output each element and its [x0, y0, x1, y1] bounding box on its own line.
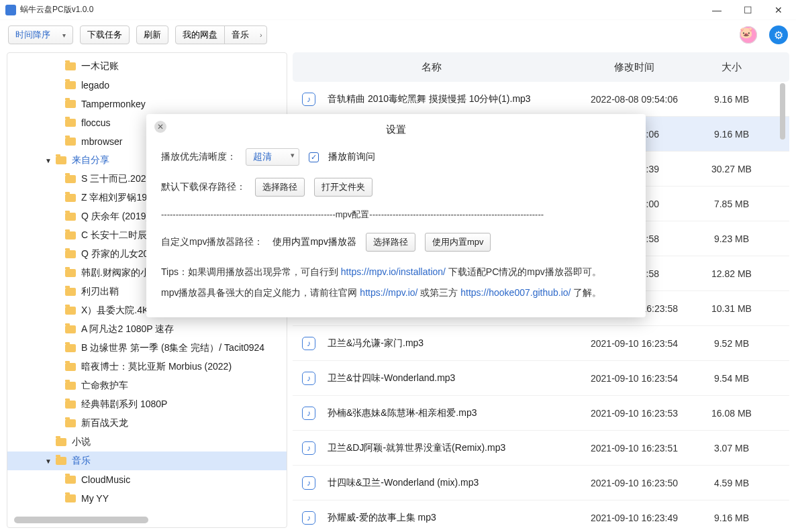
- settings-dialog: ✕ 设置 播放优先清晰度： 超清 ✓ 播放前询问 默认下载保存路径： 选择路径 …: [146, 114, 646, 317]
- chevron-right-icon[interactable]: ›: [256, 28, 266, 42]
- file-name: 音轨精曲 2010毒蛇黑舞 摸摸慢摇 10分钟(1).mp3: [328, 93, 570, 105]
- tree-label: legado: [81, 80, 109, 91]
- sidebar-item[interactable]: 新百战天龙: [7, 414, 287, 433]
- file-row[interactable]: ♪卫兰&冯允谦-家门.mp32021-09-10 16:23:549.52 MB: [293, 326, 789, 361]
- sidebar-item[interactable]: A 阿凡达2 1080P 速存: [7, 320, 287, 339]
- breadcrumb-item[interactable]: 我的网盘: [176, 26, 224, 44]
- sidebar-item[interactable]: 经典韩剧系列 1080P: [7, 395, 287, 414]
- folder-icon: [65, 119, 76, 127]
- music-icon: ♪: [302, 441, 315, 455]
- quality-select[interactable]: 超清: [246, 148, 299, 166]
- maximize-button[interactable]: ☐: [740, 5, 756, 15]
- gear-icon: ⚙: [774, 29, 783, 42]
- sort-dropdown[interactable]: 时间降序 ▾: [8, 25, 73, 44]
- folder-icon: [65, 494, 76, 502]
- tree-label: floccus: [81, 117, 111, 128]
- music-icon: ♪: [302, 511, 315, 525]
- file-name: 卫兰&冯允谦-家门.mp3: [328, 337, 570, 350]
- expander-icon[interactable]: ▼: [44, 458, 53, 465]
- folder-icon: [65, 194, 76, 202]
- sidebar-item[interactable]: legado: [7, 76, 287, 95]
- window-title: 蜗牛云盘PC版v1.0.0: [20, 4, 709, 15]
- mpv-choose-path-button[interactable]: 选择路径: [366, 233, 415, 252]
- file-date: 2021-09-10 16:23:49: [570, 513, 698, 523]
- tree-label: A 阿凡达2 1080P 速存: [81, 323, 174, 335]
- open-folder-button[interactable]: 打开文件夹: [314, 178, 372, 197]
- sidebar-item[interactable]: Tampermonkey: [7, 95, 287, 113]
- col-date[interactable]: 修改时间: [570, 61, 698, 74]
- sidebar-item[interactable]: 亡命救护车: [7, 376, 287, 395]
- folder-icon: [56, 438, 66, 446]
- tree-label: My YY: [81, 493, 109, 504]
- breadcrumb-item[interactable]: 音乐: [224, 26, 256, 44]
- dialog-close-button[interactable]: ✕: [154, 121, 166, 133]
- sidebar-item[interactable]: 小说: [7, 433, 287, 451]
- scrollbar-vertical[interactable]: [780, 83, 785, 140]
- mpv-divider: ----------------------------------------…: [161, 209, 631, 221]
- default-path-label: 默认下载保存路径：: [161, 181, 246, 193]
- quality-label: 播放优先清晰度：: [161, 151, 236, 163]
- ask-before-play-checkbox[interactable]: ✓: [309, 152, 319, 162]
- tree-label: 音乐: [72, 455, 91, 467]
- close-button[interactable]: ✕: [770, 5, 787, 15]
- file-row[interactable]: ♪廿四味&卫兰-Wonderland (mix).mp32021-09-10 1…: [293, 466, 789, 500]
- mpv-install-link[interactable]: https://mpv.io/installation/: [341, 266, 446, 277]
- file-row[interactable]: ♪音轨精曲 2010毒蛇黑舞 摸摸慢摇 10分钟(1).mp32022-08-0…: [293, 82, 789, 117]
- file-row[interactable]: ♪卫兰&DJ阿颖-就算世界没童话(Remix).mp32021-09-10 16…: [293, 431, 789, 466]
- chevron-down-icon: ▾: [62, 32, 66, 39]
- scrollbar-horizontal[interactable]: [14, 517, 148, 523]
- file-row[interactable]: ♪孙耀威-爱的故事上集 mp32021-09-10 16:23:499.16 M…: [293, 500, 789, 528]
- music-icon: ♪: [302, 337, 315, 350]
- third-party-link[interactable]: https://hooke007.github.io/: [460, 287, 570, 298]
- tree-label: 亡命救护车: [81, 380, 128, 392]
- tree-label: 一木记账: [81, 60, 119, 72]
- folder-icon: [65, 213, 76, 221]
- dialog-title: 设置: [161, 123, 631, 136]
- file-size: 9.52 MB: [698, 338, 765, 349]
- sidebar-item[interactable]: CloudMusic: [7, 470, 287, 489]
- sidebar-item[interactable]: ▼音乐: [7, 451, 287, 470]
- sort-label: 时间降序: [15, 29, 50, 41]
- minimize-button[interactable]: —: [709, 5, 725, 15]
- download-tasks-button[interactable]: 下载任务: [80, 25, 130, 44]
- file-size: 12.82 MB: [698, 268, 765, 279]
- folder-icon: [65, 419, 76, 427]
- sidebar-item[interactable]: B 边缘世界 第一季 (8集全 完结）/ Tacit0924: [7, 339, 287, 358]
- file-size: 9.16 MB: [698, 129, 765, 140]
- column-headers: 名称 修改时间 大小: [293, 52, 789, 82]
- file-size: 9.16 MB: [698, 94, 765, 105]
- choose-path-button[interactable]: 选择路径: [255, 178, 305, 197]
- folder-icon: [56, 457, 66, 465]
- file-size: 9.54 MB: [698, 373, 765, 384]
- folder-icon: [65, 325, 76, 333]
- use-builtin-mpv-button[interactable]: 使用内置mpv: [425, 233, 491, 252]
- folder-icon: [65, 62, 76, 70]
- sidebar-item[interactable]: My YY: [7, 489, 287, 508]
- folder-icon: [56, 156, 66, 164]
- tree-label: B 边缘世界 第一季 (8集全 完结）/ Tacit0924: [81, 342, 264, 354]
- col-size[interactable]: 大小: [698, 61, 765, 74]
- music-icon: ♪: [302, 476, 315, 490]
- ask-before-play-label: 播放前询问: [328, 151, 375, 163]
- mpv-site-link[interactable]: https://mpv.io/: [360, 287, 417, 298]
- expander-icon[interactable]: ▼: [44, 157, 53, 164]
- folder-icon: [65, 175, 76, 183]
- file-row[interactable]: ♪卫兰&廿四味-Wonderland.mp32021-09-10 16:23:5…: [293, 361, 789, 396]
- file-row[interactable]: ♪孙楠&张惠妹&陈慧琳-相亲相爱.mp32021-09-10 16:23:531…: [293, 396, 789, 431]
- toolbar: 时间降序 ▾ 下载任务 刷新 我的网盘 音乐 › 🐷 ⚙: [0, 20, 796, 50]
- folder-icon: [65, 269, 76, 277]
- file-size: 3.07 MB: [698, 443, 765, 454]
- settings-button[interactable]: ⚙: [769, 25, 788, 44]
- titlebar: 蜗牛云盘PC版v1.0.0 — ☐ ✕: [0, 0, 796, 20]
- music-icon: ♪: [302, 372, 315, 385]
- folder-icon: [65, 363, 76, 371]
- tree-label: 来自分享: [72, 154, 109, 166]
- sidebar-item[interactable]: 暗夜博士：莫比亚斯 Morbius (2022): [7, 358, 287, 376]
- file-size: 9.23 MB: [698, 233, 765, 244]
- tree-label: 经典韩剧系列 1080P: [81, 398, 167, 411]
- refresh-button[interactable]: 刷新: [136, 25, 168, 44]
- sidebar-item[interactable]: 一木记账: [7, 57, 287, 76]
- col-name[interactable]: 名称: [293, 61, 570, 74]
- avatar[interactable]: 🐷: [740, 26, 757, 44]
- folder-icon: [65, 138, 76, 146]
